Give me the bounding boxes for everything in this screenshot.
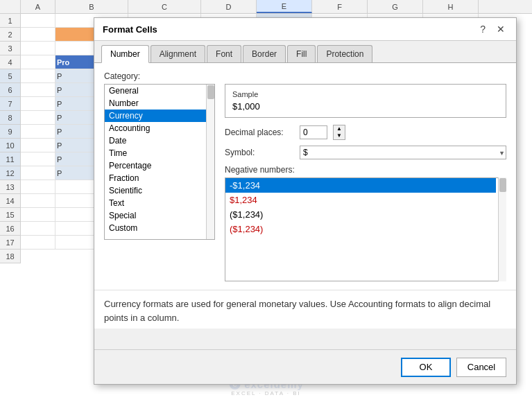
category-label: Category: <box>104 71 506 81</box>
col-header-f: F <box>312 0 368 13</box>
neg-list-scrollbar-thumb <box>499 178 506 192</box>
options-area: Sample $1,000 Decimal places: ▲ ▼ Symbol… <box>225 84 506 281</box>
cat-item-time[interactable]: Time <box>105 147 214 159</box>
col-header-d: D <box>201 0 257 13</box>
decimal-places-row: Decimal places: ▲ ▼ <box>225 125 506 140</box>
cat-item-general[interactable]: General <box>105 85 214 97</box>
negative-numbers-label: Negative numbers: <box>225 165 506 175</box>
cat-item-currency[interactable]: Currency <box>105 110 214 122</box>
format-cells-dialog: Format Cells ? ✕ Number Alignment Font B… <box>94 17 517 385</box>
neg-item-1[interactable]: -$1,234 <box>225 178 496 193</box>
category-list-wrapper: General Number Currency Accounting Date … <box>104 84 215 281</box>
cat-item-fraction[interactable]: Fraction <box>105 172 214 184</box>
dialog-tabs: Number Alignment Font Border Fill Protec… <box>94 41 516 63</box>
negative-numbers-list-wrap: -$1,234 $1,234 ($1,234) ($1,234) <box>225 177 506 281</box>
corner-cell <box>0 0 21 13</box>
tab-protection[interactable]: Protection <box>317 45 372 62</box>
tab-fill[interactable]: Fill <box>287 45 316 62</box>
tab-font[interactable]: Font <box>207 45 241 62</box>
dialog-titlebar: Format Cells ? ✕ <box>94 18 516 41</box>
decimal-spinner: ▲ ▼ <box>333 125 345 140</box>
col-header-e: E <box>257 0 312 13</box>
description-area: Currency formats are used for general mo… <box>94 290 516 329</box>
sample-value: $1,000 <box>232 101 499 112</box>
category-list[interactable]: General Number Currency Accounting Date … <box>104 84 215 240</box>
col-header-h: H <box>423 0 479 13</box>
symbol-label: Symbol: <box>225 148 294 157</box>
neg-item-2[interactable]: $1,234 <box>225 193 496 207</box>
cancel-button[interactable]: Cancel <box>456 358 506 377</box>
dialog-title: Format Cells <box>103 24 157 35</box>
close-button[interactable]: ✕ <box>494 24 508 35</box>
decimal-label: Decimal places: <box>225 128 294 137</box>
list-scrollbar[interactable] <box>206 85 214 239</box>
neg-list-scrollbar[interactable] <box>498 177 506 281</box>
spinner-up-button[interactable]: ▲ <box>334 125 345 132</box>
tab-number[interactable]: Number <box>101 45 149 63</box>
two-column-layout: General Number Currency Accounting Date … <box>104 84 506 281</box>
list-scrollbar-thumb <box>207 85 214 99</box>
tab-border[interactable]: Border <box>243 45 286 62</box>
cat-item-number[interactable]: Number <box>105 97 214 110</box>
negative-numbers-list[interactable]: -$1,234 $1,234 ($1,234) ($1,234) <box>225 177 506 281</box>
col-header-a: A <box>21 0 55 13</box>
cat-item-special[interactable]: Special <box>105 209 214 222</box>
symbol-select-wrap: $ € £ ¥ ▾ <box>300 146 506 159</box>
dialog-content: Category: General Number Currency Accoun… <box>94 63 516 290</box>
cat-item-date[interactable]: Date <box>105 134 214 147</box>
dialog-footer: OK Cancel <box>94 349 516 384</box>
cat-item-custom[interactable]: Custom <box>105 222 214 234</box>
sample-label: Sample <box>232 90 499 98</box>
description-text: Currency formats are used for general mo… <box>104 299 490 323</box>
neg-item-3[interactable]: ($1,234) <box>225 207 496 222</box>
help-button[interactable]: ? <box>477 24 488 35</box>
column-headers: A B C D E F G H <box>0 0 532 14</box>
symbol-select[interactable]: $ € £ ¥ <box>300 146 506 159</box>
sample-section: Sample $1,000 <box>225 84 506 118</box>
col-header-b: B <box>55 0 128 13</box>
cat-item-text[interactable]: Text <box>105 197 214 209</box>
cat-item-accounting[interactable]: Accounting <box>105 122 214 134</box>
cat-item-percentage[interactable]: Percentage <box>105 159 214 172</box>
dialog-controls: ? ✕ <box>477 24 508 35</box>
row-numbers: 1 2 3 4 5 6 7 8 9 10 11 12 13 14 15 16 1… <box>0 14 21 263</box>
neg-item-4[interactable]: ($1,234) <box>225 222 496 236</box>
symbol-row: Symbol: $ € £ ¥ ▾ <box>225 146 506 159</box>
ok-button[interactable]: OK <box>401 358 451 377</box>
decimal-input[interactable] <box>300 125 327 139</box>
col-header-c: C <box>128 0 201 13</box>
negative-numbers-section: Negative numbers: -$1,234 $1,234 ($1,234… <box>225 165 506 281</box>
tab-alignment[interactable]: Alignment <box>151 45 205 62</box>
spinner-down-button[interactable]: ▼ <box>334 132 345 139</box>
col-header-g: G <box>368 0 423 13</box>
cat-item-scientific[interactable]: Scientific <box>105 184 214 197</box>
